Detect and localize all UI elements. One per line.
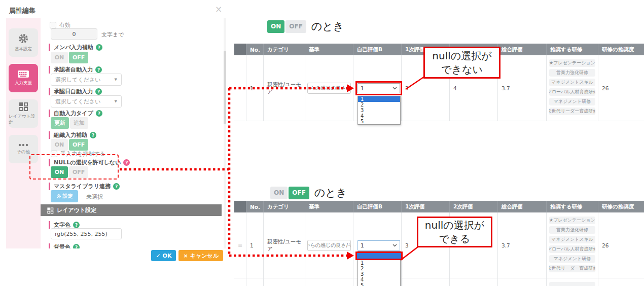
auto-input-type-toggle: 更新 追加: [51, 117, 88, 129]
settings-button[interactable]: 設定: [51, 190, 78, 202]
add-button[interactable]: 追加: [70, 117, 88, 129]
self-eval-select[interactable]: 1: [357, 83, 400, 93]
toggle-on-button[interactable]: ON: [51, 52, 68, 63]
x-icon: ×: [183, 253, 188, 259]
toggle-off-button[interactable]: OFF: [69, 139, 88, 151]
drag-handle-icon[interactable]: ≡: [238, 242, 242, 248]
sidebar-item-label: レイアウト設定: [9, 114, 38, 126]
check-icon: ✓: [156, 253, 160, 259]
null-setting-highlight-box: [29, 154, 119, 180]
training-button[interactable]: 次世代リーダー育成研修: [549, 108, 595, 115]
approval-date-auto-select[interactable]: 選択してください ▼: [51, 95, 122, 108]
training-button[interactable]: グローバル人材育成研修: [549, 245, 595, 253]
dialog-scrollbar-thumb[interactable]: [224, 51, 226, 124]
self-eval-cell: 1 1 2 3 4 5: [353, 212, 402, 278]
dropdown-option[interactable]: 4: [358, 113, 400, 119]
enabled-checkbox-row: 有効: [50, 21, 70, 29]
sidebar-item-label: 入力支援: [15, 80, 32, 86]
training-button[interactable]: ★プレゼンテーション: [549, 59, 595, 67]
training-button[interactable]: 営業力強化研修: [549, 226, 595, 234]
case-suffix: のとき: [311, 19, 344, 33]
layout-icon: [18, 101, 28, 112]
help-icon[interactable]: ?: [95, 88, 102, 95]
dropdown-option[interactable]: 2: [358, 266, 400, 271]
max-chars-suffix: 文字まで: [101, 31, 124, 39]
text-color-input[interactable]: [51, 228, 122, 239]
dropdown-option[interactable]: 3: [358, 108, 400, 113]
update-button[interactable]: 更新: [51, 117, 69, 129]
caret-down-icon: ▼: [115, 99, 117, 103]
case-on-header: ON OFF のとき: [267, 19, 344, 33]
member-assist-toggle: ON OFF: [51, 52, 88, 63]
trainings-cell: ★プレゼンテーション 営業力強化研修 マネジメントスキル グローバル人材育成研修…: [547, 55, 598, 121]
training-button[interactable]: マネジメントスキル: [549, 236, 595, 243]
table-header-row: No. カテゴリ 基準 自己評価B 1次評価 2次評価 総合評価 推奨する研修 …: [234, 201, 644, 212]
help-icon[interactable]: ?: [96, 44, 102, 51]
gear-icon: [18, 33, 29, 44]
training-button[interactable]: マネジメントスキル: [549, 79, 595, 86]
dropdown-option-null[interactable]: [357, 253, 401, 259]
help-icon[interactable]: ?: [113, 183, 120, 190]
category-cell: 親密性/ユーモア: [264, 212, 305, 278]
row-number: 1: [246, 212, 264, 278]
training-button[interactable]: グローバル人材育成研修: [549, 88, 595, 96]
help-icon[interactable]: ?: [73, 222, 80, 228]
criteria-input[interactable]: 心からの感じの良さ/その: [307, 83, 351, 94]
sidebar-item-input-assist[interactable]: 入力支援: [9, 64, 38, 92]
dropdown-option[interactable]: 4: [358, 277, 400, 282]
toggle-on-button[interactable]: ON: [51, 139, 68, 151]
sidebar-item-label: その他: [17, 149, 30, 155]
member-assist-label-row: メンバ入力補助 ?: [49, 44, 102, 51]
training-button[interactable]: ★プレゼンテーション: [549, 217, 595, 224]
sidebar-item-basic-settings[interactable]: 基本設定: [9, 28, 38, 57]
training-button[interactable]: 次世代リーダー育成研修: [549, 265, 595, 272]
self-eval-select[interactable]: 1: [357, 240, 400, 251]
org-assist-toggle: ON OFF: [51, 139, 88, 151]
max-chars-input[interactable]: [51, 28, 97, 40]
null-option-highlight-box[interactable]: [355, 252, 403, 260]
sidebar-item-label: 基本設定: [15, 46, 32, 52]
drag-handle-icon[interactable]: ≡: [238, 85, 242, 91]
toggle-off-button[interactable]: OFF: [69, 52, 88, 63]
recommendation-cell: 26: [598, 55, 644, 121]
unselected-status: 未選択: [86, 193, 103, 201]
training-button-partial[interactable]: [549, 282, 595, 286]
dialog-content: 有効 文字まで メンバ入力補助 ? ON OFF 承認者自動入力 ? 選択してく…: [41, 18, 223, 248]
dropdown-option[interactable]: 5: [358, 282, 400, 286]
dropdown-option[interactable]: 3: [358, 271, 400, 277]
callout-null-not-selectable: nullの選択が できない: [423, 47, 500, 79]
header-handle: [234, 201, 246, 212]
dialog-sidebar: 基本設定 入力支援 レイアウト設定: [6, 18, 41, 248]
dropdown-option[interactable]: 5: [358, 119, 400, 124]
layout-icon: [47, 207, 54, 214]
dialog-title: 属性編集: [9, 6, 35, 15]
ok-button[interactable]: ✓ OK: [151, 250, 176, 261]
enabled-checkbox[interactable]: [50, 22, 56, 28]
approver-auto-select[interactable]: 選択してください ▼: [51, 74, 122, 86]
training-button[interactable]: マネジメント研修: [549, 98, 595, 105]
dropdown-listbox: 1 2 3 4 5: [357, 251, 401, 286]
help-icon[interactable]: ?: [95, 66, 102, 73]
auto-input-type-label-row: 自動入力タイプ ?: [49, 110, 102, 117]
help-icon[interactable]: ?: [73, 244, 80, 248]
cancel-button[interactable]: × キャンセル: [178, 250, 223, 261]
help-icon[interactable]: ?: [90, 132, 96, 138]
category-cell: 親密性/ユーモア: [264, 55, 305, 121]
training-button[interactable]: 営業力強化研修: [549, 69, 595, 77]
training-button[interactable]: マネジメント研修: [549, 255, 595, 263]
bg-color-label-row: 背景色 ?: [49, 243, 80, 248]
dropdown-option[interactable]: 1: [358, 96, 400, 102]
help-icon[interactable]: ?: [96, 110, 102, 117]
sidebar-item-layout-settings[interactable]: レイアウト設定: [9, 99, 38, 128]
callout-null-selectable: nullの選択が できる: [417, 217, 492, 247]
case-off-header: ON OFF のとき: [270, 186, 347, 200]
dropdown-option[interactable]: 2: [358, 102, 400, 108]
approval-date-auto-label-row: 承認日自動入力 ?: [49, 88, 102, 95]
dropdown-option[interactable]: 1: [358, 260, 400, 266]
help-icon[interactable]: ?: [123, 159, 130, 166]
criteria-input[interactable]: 心からの感じの良さ/その: [307, 240, 351, 251]
red-highlight-box: 1: [355, 81, 402, 95]
close-icon[interactable]: ×: [215, 4, 222, 14]
chevron-down-icon: [392, 244, 397, 247]
case-suffix: のとき: [314, 186, 347, 200]
